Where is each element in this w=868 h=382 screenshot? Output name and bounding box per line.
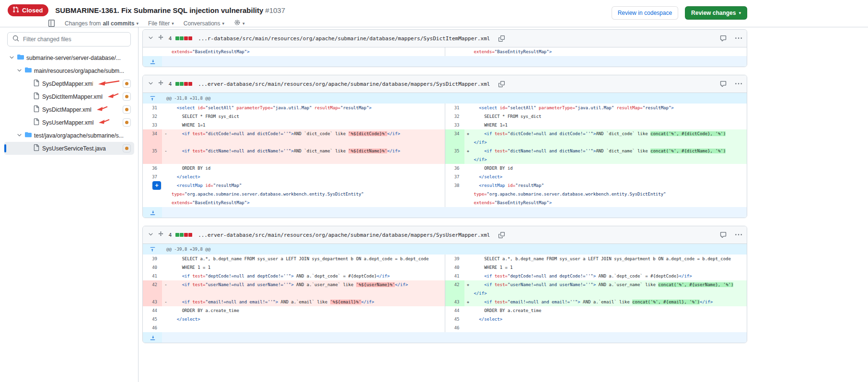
viewed-checkbox[interactable] xyxy=(123,118,131,127)
kebab-icon[interactable] xyxy=(735,232,742,238)
viewed-checkbox[interactable] xyxy=(123,144,131,152)
expand-up-button[interactable] xyxy=(143,93,162,104)
viewed-checkbox[interactable] xyxy=(123,93,131,101)
line-number[interactable] xyxy=(445,47,464,56)
file-tree-item[interactable]: SysUserServiceTest.java xyxy=(4,142,134,155)
line-number[interactable]: 39 xyxy=(143,255,162,263)
file-path[interactable]: ...erver-database/src/main/resources/org… xyxy=(198,232,490,238)
line-number[interactable]: 35 xyxy=(143,147,162,155)
review-changes-button[interactable]: Review changes ▾ xyxy=(685,6,747,20)
diff-row: type="org.apache.submarine.server.databa… xyxy=(143,190,747,198)
line-number[interactable]: 35 xyxy=(445,147,464,155)
line-number[interactable] xyxy=(445,198,464,207)
diff-marker xyxy=(162,164,170,173)
line-number[interactable]: 40 xyxy=(143,263,162,272)
copy-icon[interactable] xyxy=(498,81,505,87)
file-tree-sidebar: submarine-server/server-database/...main… xyxy=(0,27,139,382)
line-number[interactable] xyxy=(143,138,162,147)
move-icon[interactable] xyxy=(158,35,164,42)
expand-up-button[interactable] xyxy=(143,244,162,255)
comment-icon[interactable] xyxy=(720,232,727,238)
expand-bar-fill xyxy=(162,332,747,343)
line-number[interactable]: 39 xyxy=(445,255,464,263)
expand-down-button[interactable] xyxy=(143,207,162,218)
chevron-down-icon[interactable] xyxy=(148,35,154,42)
diff-cell-new: extends="BaseEntityResultMap"> xyxy=(445,198,747,207)
copy-icon[interactable] xyxy=(498,35,505,42)
line-number[interactable]: 45 xyxy=(445,315,464,324)
file-icon xyxy=(33,80,40,88)
line-number[interactable] xyxy=(445,190,464,198)
file-tree-item[interactable]: test/java/org/apache/submarine/s... xyxy=(4,129,134,142)
chevron-down-icon[interactable] xyxy=(9,54,15,62)
line-number[interactable]: 43 xyxy=(445,298,464,306)
file-tree-item[interactable]: SysDictMapper.xml xyxy=(4,103,134,116)
line-number[interactable]: 44 xyxy=(445,306,464,315)
chevron-down-icon[interactable] xyxy=(16,67,23,75)
line-number[interactable]: 31 xyxy=(143,104,162,112)
copy-icon[interactable] xyxy=(498,232,505,238)
review-changes-label: Review changes xyxy=(691,10,736,16)
line-number[interactable] xyxy=(143,289,162,298)
filter-changed-files-input[interactable] xyxy=(22,35,126,43)
line-number[interactable] xyxy=(445,155,464,164)
line-number[interactable]: 45 xyxy=(143,315,162,324)
line-number[interactable]: 42 xyxy=(143,280,162,289)
chevron-down-icon[interactable] xyxy=(148,231,154,239)
move-icon[interactable] xyxy=(158,80,164,88)
page-title: SUBMARINE-1361. Fix Submarine SQL inject… xyxy=(55,6,285,14)
line-number[interactable]: 37 xyxy=(143,173,162,181)
line-number[interactable]: 33 xyxy=(143,121,162,129)
kebab-icon[interactable] xyxy=(735,35,742,42)
diff-marker xyxy=(464,104,472,112)
chevron-down-icon[interactable] xyxy=(16,132,23,139)
comment-icon[interactable] xyxy=(720,81,727,87)
kebab-icon[interactable] xyxy=(735,81,742,87)
chevron-down-icon[interactable] xyxy=(148,80,154,88)
expand-down-button[interactable] xyxy=(143,332,162,343)
line-number[interactable]: 33 xyxy=(445,121,464,129)
line-number[interactable]: 46 xyxy=(143,324,162,332)
file-tree-toggle[interactable] xyxy=(48,20,55,27)
file-path[interactable]: ...r-database/src/main/resources/org/apa… xyxy=(198,35,490,42)
file-tree-item[interactable]: SysUserMapper.xml xyxy=(4,116,134,129)
expand-down-button[interactable] xyxy=(143,56,162,67)
line-number[interactable]: 40 xyxy=(445,263,464,272)
viewed-checkbox[interactable] xyxy=(123,105,131,114)
line-number[interactable]: 44 xyxy=(143,306,162,315)
line-number[interactable]: 46 xyxy=(445,324,464,332)
line-number[interactable] xyxy=(143,190,162,198)
line-number[interactable]: 31 xyxy=(445,104,464,112)
line-number[interactable]: 42 xyxy=(445,280,464,289)
file-tree-item[interactable]: submarine-server/server-database/... xyxy=(4,51,134,64)
line-number[interactable]: 38 xyxy=(445,181,464,190)
add-comment-button[interactable]: + xyxy=(152,181,161,190)
line-number[interactable]: 36 xyxy=(143,164,162,173)
file-filter-dropdown[interactable]: File filter ▾ xyxy=(148,20,174,27)
line-number[interactable]: 37 xyxy=(445,173,464,181)
line-number[interactable] xyxy=(445,138,464,147)
file-tree-item[interactable]: main/resources/org/apache/subm... xyxy=(4,64,134,77)
line-number[interactable]: 34 xyxy=(143,129,162,138)
viewed-checkbox[interactable] xyxy=(123,80,131,88)
line-number[interactable]: 32 xyxy=(143,112,162,121)
line-number[interactable]: 41 xyxy=(143,272,162,280)
line-number[interactable] xyxy=(143,47,162,56)
line-number[interactable] xyxy=(143,198,162,207)
line-number[interactable] xyxy=(143,155,162,164)
review-in-codespace-button[interactable]: Review in codespace xyxy=(612,6,678,20)
diff-settings-dropdown[interactable]: ▾ xyxy=(234,19,245,27)
file-path[interactable]: ...erver-database/src/main/resources/org… xyxy=(198,81,490,87)
file-tree-item[interactable]: SysDeptMapper.xml xyxy=(4,77,134,90)
line-number[interactable]: 32 xyxy=(445,112,464,121)
conversations-dropdown[interactable]: Conversations ▾ xyxy=(184,20,224,27)
line-number[interactable]: 36 xyxy=(445,164,464,173)
line-number[interactable] xyxy=(445,289,464,298)
line-number[interactable]: 43 xyxy=(143,298,162,306)
line-number[interactable]: 41 xyxy=(445,272,464,280)
comment-icon[interactable] xyxy=(720,35,727,42)
file-tree-item[interactable]: SysDictItemMapper.xml xyxy=(4,90,134,103)
changes-from-dropdown[interactable]: Changes from all commits ▾ xyxy=(65,20,139,27)
line-number[interactable]: 34 xyxy=(445,129,464,138)
move-icon[interactable] xyxy=(158,231,164,239)
